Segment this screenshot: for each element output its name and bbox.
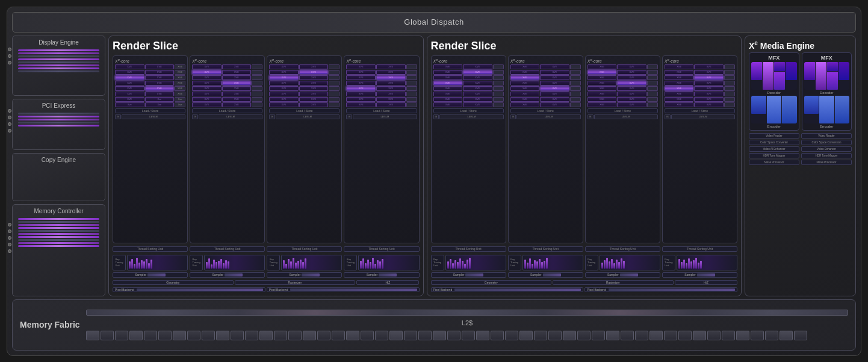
xve-block: XVE	[617, 92, 646, 96]
xve-block: XVE	[463, 75, 492, 80]
xve-block: XVE	[463, 64, 492, 69]
xve-row: XVE XVE	[346, 86, 417, 91]
xve-row: XVEXVE	[433, 70, 504, 75]
mfx-bar-col	[835, 96, 850, 123]
memory-cell	[447, 331, 460, 340]
left-sidebar: Display Engine	[12, 36, 105, 296]
xve-block: XVE	[222, 92, 252, 96]
memory-cell	[389, 331, 403, 340]
encoder-label: Encoder	[767, 125, 781, 128]
xve-small	[493, 86, 504, 91]
rt-label: RayTracingUnit	[190, 255, 203, 270]
xve-row: XVE XVE	[269, 70, 339, 75]
rt-bar	[457, 262, 459, 269]
xve-block: XVE	[694, 75, 724, 80]
xve-block: XVE	[540, 92, 569, 96]
xve-small	[493, 81, 504, 86]
mfx-bar-seg	[782, 96, 797, 123]
xve-block: XVE	[510, 97, 540, 102]
thread-sorting-unit: Thread Sorting Unit	[508, 246, 583, 252]
xve-small	[724, 97, 735, 102]
xve-row: XVE XVE	[346, 70, 417, 75]
is-block: IS	[587, 114, 594, 119]
thread-sorting-unit: Thread Sorting Unit	[431, 246, 506, 252]
rt-bar	[604, 260, 606, 269]
connector-dot	[8, 229, 11, 233]
xve-block: XVE	[433, 81, 463, 86]
xve-block: XVE	[540, 86, 569, 91]
rt-unit: RayTracingUnit	[508, 255, 583, 270]
xve-row: XVE XVE	[269, 97, 339, 102]
rt-bar	[454, 260, 456, 269]
rt-visual	[522, 255, 583, 270]
xve-block: XVE	[665, 70, 694, 75]
noise-proc-block-1: Noise Processor	[749, 160, 799, 165]
rt-bar	[283, 260, 285, 269]
ls-slm-block: L$/SLM	[439, 114, 503, 119]
hline	[18, 58, 99, 60]
xve-row: XVEXVE	[665, 92, 735, 96]
xve-block: XVE	[510, 102, 540, 107]
memory-cell	[404, 331, 417, 340]
xve-row: XVEXVE	[587, 86, 658, 91]
mfx-label: MFX	[768, 55, 780, 61]
xe-core-label: Xe-core	[269, 58, 339, 63]
rt-bar	[290, 261, 292, 269]
xve-block: XVE	[269, 64, 299, 69]
ls-slm-block: L$/SLM	[516, 114, 580, 119]
xve-block: XVE	[617, 86, 646, 91]
mfx-bar-seg	[816, 62, 826, 90]
memory-cell	[231, 331, 244, 340]
xve-block: XVE	[617, 97, 646, 102]
xve-block: XVE	[376, 97, 406, 102]
memory-cell	[303, 331, 316, 340]
sampler-block-4: Sampler	[344, 272, 419, 278]
rt-bar	[609, 261, 610, 269]
hiz-block-2: HiZ	[675, 280, 737, 285]
xve-small	[406, 75, 417, 80]
rt-bar	[611, 259, 613, 269]
connector-dot	[8, 122, 11, 126]
is-block: IS	[665, 114, 671, 119]
xve-block: XVE	[269, 81, 299, 86]
memory-fabric-label: Memory Fabric	[20, 320, 80, 329]
xve-small	[406, 102, 417, 107]
xve-small	[647, 92, 658, 96]
xe-media-engine: Xe Media Engine MFX	[745, 36, 856, 296]
pixel-backend-1: Pixel Backend	[113, 287, 265, 292]
xve-small	[724, 102, 735, 107]
sampler-block: Sampler	[662, 272, 737, 278]
mid-row: Display Engine	[12, 36, 856, 296]
connector-dot	[8, 116, 11, 119]
xve-block: XVE	[346, 81, 376, 86]
xve-row: XVEXVE	[587, 70, 658, 75]
rt-bar	[362, 258, 364, 269]
hline	[18, 236, 99, 238]
xve-small	[406, 92, 417, 96]
xve-block: XVE	[587, 86, 617, 91]
rt-bar	[621, 258, 622, 269]
ls-slm-block: L$/SLM	[594, 114, 658, 119]
xve-row: XVEXVE	[587, 92, 658, 96]
memory-cell	[86, 331, 99, 340]
is-bar: IS L$/SLM	[346, 114, 417, 119]
thread-sorting-unit: Thread Sorting Unit	[662, 246, 737, 252]
xve-small	[724, 70, 735, 75]
mfx-bar-col	[804, 62, 815, 90]
memory-controller-block: Memory Controller	[12, 204, 105, 296]
hline	[18, 119, 99, 120]
mfx-bar-seg	[751, 96, 766, 114]
xe-core-label: Xe-core	[115, 58, 185, 63]
xve-small	[570, 64, 581, 69]
pixel-backend-2-1: Pixel Backend	[431, 287, 584, 292]
media-features: Video Reader Video Reader Color Space Co…	[749, 133, 852, 165]
rt-bar	[360, 261, 362, 269]
rt-bar	[382, 259, 383, 269]
xve-row: XVE XVE	[346, 92, 417, 96]
l2s-label: L2$	[86, 319, 848, 326]
rt-visual	[600, 255, 660, 270]
rt-bar	[374, 264, 376, 269]
mfx-visual-encoder	[751, 96, 797, 123]
xve-small	[406, 64, 417, 69]
xve-small	[647, 81, 658, 86]
